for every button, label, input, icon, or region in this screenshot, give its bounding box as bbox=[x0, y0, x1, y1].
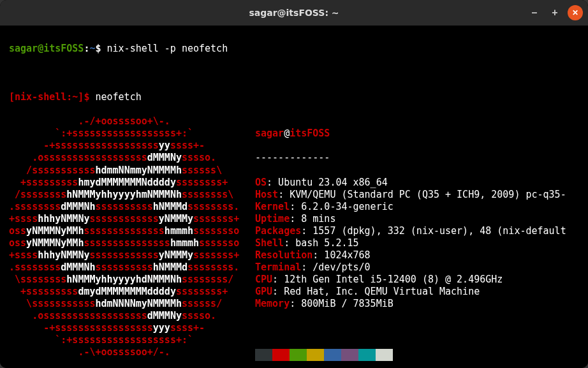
info-row: GPU: Red Hat, Inc. QEMU Virtual Machine bbox=[255, 286, 579, 298]
info-value: : 1024x768 bbox=[312, 249, 370, 261]
info-host: itsFOSS bbox=[290, 128, 330, 139]
info-value: : bash 5.2.15 bbox=[284, 237, 358, 249]
color-swatch bbox=[307, 349, 324, 361]
info-label: Uptime bbox=[255, 213, 290, 224]
info-row: OS: Ubuntu 23.04 x86_64 bbox=[255, 177, 579, 189]
window-title: sagar@itsFOSS: ~ bbox=[249, 8, 339, 18]
terminal-body[interactable]: sagar@itsFOSS:~$ nix-shell -p neofetch [… bbox=[0, 26, 588, 368]
titlebar: sagar@itsFOSS: ~ – + ✕ bbox=[0, 0, 588, 26]
prompt-user: sagar@itsFOSS bbox=[9, 43, 84, 54]
info-header: sagar@itsFOSS bbox=[255, 128, 579, 140]
info-value: : 12th Gen Intel i5-12400 (8) @ 2.496GHz bbox=[272, 274, 503, 285]
color-swatch bbox=[272, 349, 290, 361]
info-label: Resolution bbox=[255, 249, 312, 261]
info-at: @ bbox=[284, 128, 290, 139]
maximize-button[interactable]: + bbox=[547, 5, 562, 20]
info-value: : KVM/QEMU (Standard PC (Q35 + ICH9, 200… bbox=[278, 189, 566, 200]
info-value: : Red Hat, Inc. QEMU Virtual Machine bbox=[272, 286, 480, 297]
info-user: sagar bbox=[255, 128, 284, 139]
info-label: Packages bbox=[255, 225, 301, 237]
info-row: Host: KVM/QEMU (Standard PC (Q35 + ICH9,… bbox=[255, 189, 579, 201]
info-row: Packages: 1557 (dpkg), 332 (nix-user), 4… bbox=[255, 225, 579, 237]
info-row: Resolution: 1024x768 bbox=[255, 249, 579, 261]
command-1: nix-shell -p neofetch bbox=[107, 43, 228, 54]
info-label: Host bbox=[255, 189, 278, 200]
blank-line bbox=[9, 67, 579, 79]
close-button[interactable]: ✕ bbox=[568, 5, 583, 20]
color-swatch bbox=[290, 349, 307, 361]
info-row: CPU: 12th Gen Intel i5-12400 (8) @ 2.496… bbox=[255, 274, 579, 286]
color-swatch bbox=[376, 349, 393, 361]
info-value: : 1557 (dpkg), 332 (nix-user), 48 (nix-d… bbox=[301, 225, 566, 237]
info-value: : Ubuntu 23.04 x86_64 bbox=[267, 177, 388, 188]
info-label: Shell bbox=[255, 237, 284, 249]
neofetch-output: .-/+oossssoo+\-. `:+ssssssssssssssssss+:… bbox=[9, 115, 579, 368]
color-swatch bbox=[358, 349, 376, 361]
color-swatch bbox=[255, 349, 272, 361]
color-swatch bbox=[341, 349, 358, 361]
command-2: neofetch bbox=[95, 91, 141, 103]
info-value: : 8 mins bbox=[290, 213, 335, 224]
minimize-button[interactable]: – bbox=[527, 5, 542, 20]
info-label: Kernel bbox=[255, 201, 290, 212]
prompt-line-2: [nix-shell:~]$ neofetch bbox=[9, 91, 579, 103]
info-row: Terminal: /dev/pts/0 bbox=[255, 261, 579, 274]
info-row: Uptime: 8 mins bbox=[255, 213, 579, 225]
info-row: Shell: bash 5.2.15 bbox=[255, 237, 579, 249]
info-label: Terminal bbox=[255, 261, 301, 273]
system-info: sagar@itsFOSS ------------- OS: Ubuntu 2… bbox=[255, 115, 579, 368]
terminal-window: sagar@itsFOSS: ~ – + ✕ sagar@itsFOSS:~$ … bbox=[0, 0, 588, 368]
color-swatches-row-1 bbox=[255, 349, 579, 361]
info-label: Memory bbox=[255, 298, 290, 309]
info-row: Kernel: 6.2.0-34-generic bbox=[255, 201, 579, 213]
prompt-symbol: $ bbox=[95, 43, 101, 54]
info-value: : /dev/pts/0 bbox=[301, 261, 370, 273]
prompt-line-1: sagar@itsFOSS:~$ nix-shell -p neofetch bbox=[9, 43, 579, 55]
info-row: Memory: 800MiB / 7835MiB bbox=[255, 298, 579, 310]
distro-logo: .-/+oossssoo+\-. `:+ssssssssssssssssss+:… bbox=[9, 115, 255, 368]
info-label: CPU bbox=[255, 274, 272, 285]
color-swatch bbox=[324, 349, 341, 361]
info-value: : 800MiB / 7835MiB bbox=[290, 298, 393, 309]
nix-prompt: [nix-shell:~]$ bbox=[9, 91, 89, 103]
info-dashes: ------------- bbox=[255, 152, 579, 164]
info-value: : 6.2.0-34-generic bbox=[290, 201, 393, 212]
blank-line bbox=[255, 322, 579, 334]
info-label: OS bbox=[255, 177, 267, 188]
info-label: GPU bbox=[255, 286, 272, 297]
window-controls: – + ✕ bbox=[527, 5, 583, 20]
